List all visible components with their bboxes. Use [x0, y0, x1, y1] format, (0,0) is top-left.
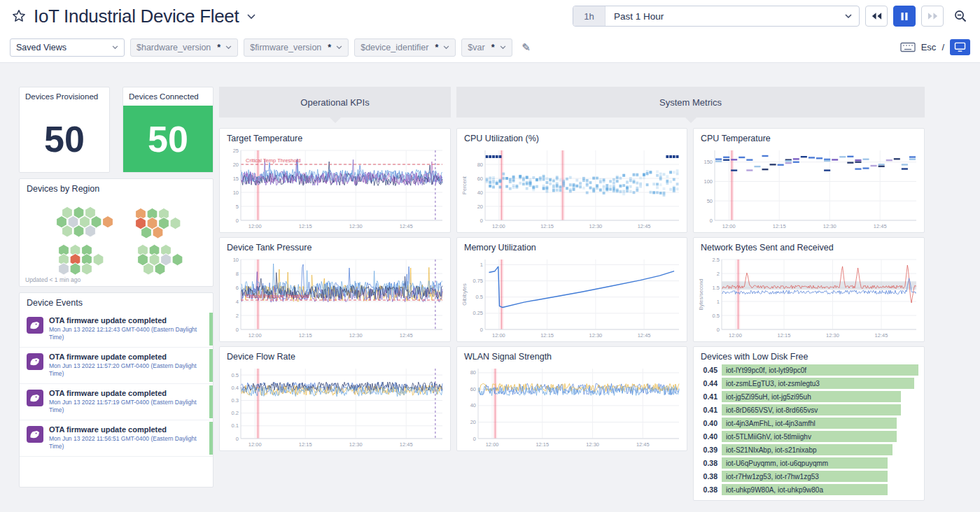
chart-plot-area[interactable]: 05010015012:0012:1512:3012:45	[696, 146, 921, 229]
svg-text:12:00: 12:00	[729, 332, 742, 339]
datadog-bits-icon	[27, 426, 43, 443]
template-variable-firmware_version[interactable]: $firmware_version*	[244, 38, 349, 57]
chart-cpu-utilization: CPU Utilization (%) 02040608012:0012:151…	[456, 128, 687, 233]
svg-text:12:30: 12:30	[589, 332, 603, 339]
svg-text:12:15: 12:15	[540, 223, 554, 229]
event-item[interactable]: OTA firmware update completedMon Jun 13 …	[20, 384, 213, 420]
variable-name: $device_identifier	[360, 43, 428, 52]
template-variable-device_identifier[interactable]: $device_identifier*	[354, 38, 456, 57]
event-item[interactable]: OTA firmware update completedMon Jun 13 …	[20, 311, 213, 348]
event-timestamp: Mon Jun 13 2022 11:57:19 GMT-0400 (Easte…	[49, 399, 213, 415]
favorite-star-icon[interactable]	[10, 7, 28, 25]
chart-plot-area[interactable]: 00.250.50.75112:0012:1512:3012:45Gibibyt…	[460, 255, 684, 339]
svg-text:150: 150	[704, 159, 713, 165]
chart-plot-area[interactable]: Critical Temp Threshold051015202512:0012…	[223, 146, 447, 229]
template-variables: $hardware_version*$firmware_version*$dev…	[130, 38, 512, 57]
time-range-label: Past 1 Hour	[614, 11, 845, 22]
variable-name: $firmware_version	[250, 43, 321, 52]
toplist-bar: iot-r7Hw1zg53, iot-r7hw1zg53	[722, 471, 888, 482]
region-hexbin-map[interactable]	[20, 194, 213, 275]
event-title: OTA firmware update completed	[49, 425, 213, 434]
chart-plot-area[interactable]: 02040608012:0012:1512:3012:45Percent	[460, 146, 684, 229]
toplist-row[interactable]: 0.38iot-U6qPuyqmm, iot-u6qpuyqmm	[698, 457, 918, 469]
time-range-picker[interactable]: 1h Past 1 Hour	[573, 6, 860, 27]
rewind-button[interactable]	[865, 6, 888, 27]
toplist-row[interactable]: 0.38iot-r7Hw1zg53, iot-r7hw1zg53	[698, 471, 918, 482]
svg-text:60: 60	[470, 386, 476, 392]
chart-plot-area[interactable]: 00.10.20.30.40.512:0012:1512:3012:45	[223, 364, 447, 448]
title-chevron-down-icon[interactable]	[246, 10, 257, 22]
template-variable-var[interactable]: $var*	[461, 38, 512, 57]
tv-mode-button[interactable]	[950, 39, 970, 55]
widget-devices-provisioned[interactable]: Devices Provisioned 50	[19, 87, 110, 173]
svg-text:25: 25	[233, 148, 239, 154]
toplist-label: iot-U6qPuyqmm, iot-u6qpuyqmm	[726, 460, 828, 467]
widget-devices-connected[interactable]: Devices Connected 50	[122, 87, 214, 173]
svg-text:40: 40	[477, 190, 483, 196]
template-variable-hardware_version[interactable]: $hardware_version*	[130, 38, 238, 57]
toplist-bar: iot-uhkp9W80A, iot-uhkp9w80a	[722, 484, 888, 495]
group-label: System Metrics	[659, 97, 722, 108]
svg-text:0.25: 0.25	[472, 310, 483, 316]
group-header-system-metrics[interactable]: System Metrics	[456, 87, 925, 118]
toplist-value: 0.38	[698, 459, 722, 467]
svg-text:12:15: 12:15	[778, 332, 791, 339]
svg-text:12:30: 12:30	[349, 223, 363, 229]
chart-title: Network Bytes Sent and Received	[694, 238, 924, 254]
svg-text:Percent: Percent	[461, 176, 468, 194]
svg-text:12:00: 12:00	[492, 332, 505, 339]
event-title: OTA firmware update completed	[49, 316, 213, 325]
time-range-caret-icon	[845, 14, 852, 19]
toplist-row[interactable]: 0.41iot-jg5Zi95uH, iot-jg5zi95uh	[698, 391, 918, 402]
widget-title: Devices Provisioned	[20, 87, 109, 102]
toplist-bar: iot-S21NIxAbp, iot-s21nixabp	[722, 444, 892, 455]
variable-value: *	[217, 43, 220, 52]
toplist-value: 0.44	[698, 379, 722, 387]
svg-text:Bytes/second: Bytes/second	[698, 278, 704, 310]
toplist-row[interactable]: 0.45iot-lYt99pc0f, iot-lyt99pc0f	[698, 364, 918, 376]
pause-button[interactable]	[893, 6, 916, 27]
group-header-operational-kpis[interactable]: Operational KPIs	[219, 87, 451, 118]
toplist-row[interactable]: 0.39iot-S21NIxAbp, iot-s21nixabp	[698, 444, 918, 455]
chart-plot-area[interactable]: 02040608012:0012:1512:3012:45	[460, 364, 684, 448]
chart-title: Target Temperature	[220, 129, 450, 145]
variable-caret-icon	[336, 45, 342, 50]
toplist-row[interactable]: 0.41iot-8rD665VSV, iot-8rd665vsv	[698, 404, 918, 415]
zoom-out-icon[interactable]	[951, 6, 970, 26]
toplist-row[interactable]: 0.38iot-uhkp9W80A, iot-uhkp9w80a	[698, 484, 918, 495]
svg-text:12:45: 12:45	[874, 223, 887, 229]
event-item[interactable]: OTA firmware update completedMon Jun 13 …	[20, 420, 213, 457]
toplist-row[interactable]: 0.44iot-zsmLEgTU3, iot-zsmlegtu3	[698, 378, 918, 389]
chart-plot-area[interactable]: 00.511.522.512:0012:1512:3012:45Bytes/se…	[696, 255, 921, 339]
chart-plot-area[interactable]: Critical Pressure Threshold024681012:001…	[223, 255, 447, 339]
widget-title: Devices with Low Disk Free	[694, 347, 924, 363]
svg-text:0.2: 0.2	[232, 410, 239, 416]
svg-text:10: 10	[233, 257, 239, 263]
svg-text:Gibibytes: Gibibytes	[461, 283, 468, 306]
svg-text:80: 80	[477, 162, 483, 168]
svg-text:12:00: 12:00	[248, 441, 262, 448]
event-item[interactable]: OTA firmware update completedMon Jun 13 …	[20, 348, 213, 384]
toplist-label: iot-uhkp9W80A, iot-uhkp9w80a	[726, 486, 823, 494]
event-status-bar	[209, 313, 213, 346]
toplist-row[interactable]: 0.40iot-5TLMiiGhV, iot-5tlmiighv	[698, 431, 918, 442]
edit-variables-pencil-icon[interactable]: ✎	[518, 39, 535, 56]
forward-button[interactable]	[921, 6, 944, 27]
svg-text:12:15: 12:15	[773, 223, 786, 229]
toplist-bar: iot-jg5Zi95uH, iot-jg5zi95uh	[722, 391, 901, 402]
svg-text:12:30: 12:30	[823, 223, 836, 229]
toplist-bar: iot-5TLMiiGhV, iot-5tlmiighv	[722, 431, 897, 442]
page-title: IoT Industrial Device Fleet	[34, 6, 239, 27]
toplist-row[interactable]: 0.40iot-4jn3AmFhL, iot-4jn3amfhl	[698, 418, 918, 429]
svg-text:12:45: 12:45	[638, 223, 651, 229]
datadog-bits-icon	[27, 317, 43, 334]
svg-text:4: 4	[236, 299, 239, 305]
saved-views-dropdown[interactable]: Saved Views	[10, 38, 125, 57]
svg-text:12:15: 12:15	[540, 332, 554, 339]
svg-text:0.5: 0.5	[476, 294, 483, 300]
toplist-bar-track: iot-r7Hw1zg53, iot-r7hw1zg53	[722, 471, 918, 482]
low-disk-toplist: 0.45iot-lYt99pc0f, iot-lyt99pc0f0.44iot-…	[698, 364, 918, 497]
svg-text:0: 0	[717, 327, 720, 333]
svg-text:50: 50	[707, 198, 713, 204]
toplist-value: 0.38	[698, 485, 722, 494]
